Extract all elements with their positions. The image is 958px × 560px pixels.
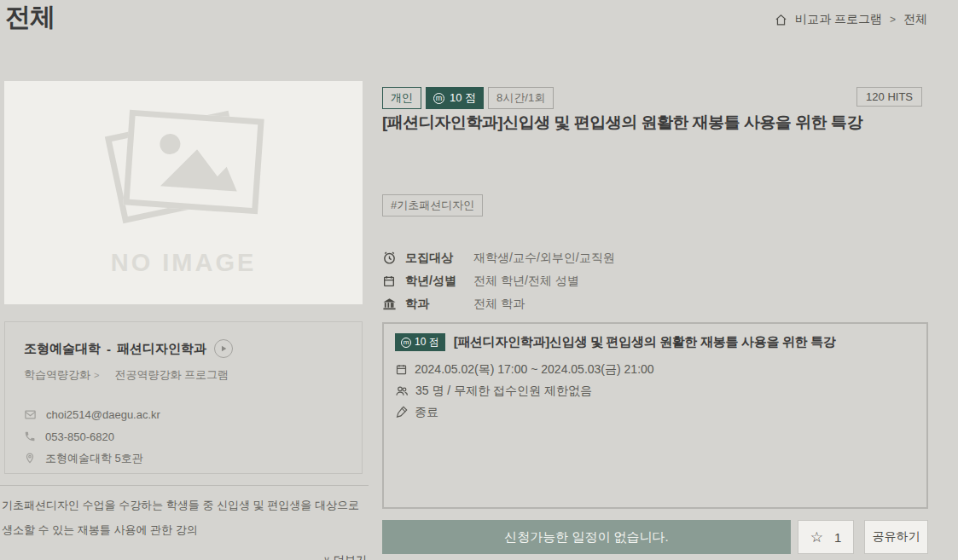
detail-value: 재학생/교수/외부인/교직원 <box>473 251 615 266</box>
schedule-status-text: 종료 <box>415 405 438 420</box>
badge-duration: 8시간/1회 <box>488 87 554 109</box>
bank-icon <box>382 297 398 311</box>
program-type: 전공역량강화 프로그램 <box>114 367 229 383</box>
breadcrumb: 비교과 프로그램 > 전체 <box>775 12 927 27</box>
location-icon <box>24 453 36 465</box>
breadcrumb-item-all[interactable]: 전체 <box>903 12 927 27</box>
mail-icon <box>24 408 37 421</box>
college-name: 조형예술대학 <box>24 341 101 357</box>
calendar-icon <box>382 274 398 288</box>
department-name: 패션디자인학과 <box>117 341 206 357</box>
detail-row-target: 모집대상 재학생/교수/외부인/교직원 <box>382 246 928 269</box>
schedule-points-badge: m 10 점 <box>395 333 445 351</box>
show-more-label: 더보기 <box>334 547 367 560</box>
hits-badge: 120 HITS <box>856 87 922 107</box>
hashtag-chip[interactable]: #기초패션디자인 <box>382 194 483 216</box>
program-title: [패션디자인학과]신입생 및 편입생의 원활한 재봉틀 사용을 위한 특강 <box>382 112 928 134</box>
badge-type: 개인 <box>382 87 421 109</box>
phone-icon <box>24 430 36 442</box>
schedule-date-text: 2024.05.02(목) 17:00 ~ 2024.05.03(금) 21:0… <box>415 362 654 378</box>
program-description-text: 기초패션디자인 수업을 수강하는 학생들 중 신입생 및 편입생을 대상으로 생… <box>2 493 367 542</box>
department-info-card: 조형예술대학 - 패션디자인학과 학습역량강화 > 전공역량강화 프로그램 ch… <box>4 321 363 474</box>
detail-row-grade-gender: 학년/성별 전체 학년/전체 성별 <box>382 269 928 292</box>
program-detail-page: 전체 비교과 프로그램 > 전체 NO IMAGE 조형예술대학 - 패션디자인… <box>0 0 958 560</box>
favorite-button[interactable]: ☆ 1 <box>798 520 854 554</box>
contact-location-text: 조형예술대학 5호관 <box>45 451 143 466</box>
detail-label: 학과 <box>405 297 470 312</box>
program-thumbnail-placeholder: NO IMAGE <box>4 81 363 304</box>
detail-label: 모집대상 <box>405 251 470 266</box>
contact-email-text: choi2514@daegu.ac.kr <box>46 408 160 421</box>
schedule-title: [패션디자인학과]신입생 및 편입생의 원활한 재봉틀 사용을 위한 특강 <box>454 334 836 350</box>
detail-value: 전체 학과 <box>473 297 525 312</box>
breadcrumb-item-programs[interactable]: 비교과 프로그램 <box>795 12 882 27</box>
schedule-status-row: 종료 <box>395 401 915 423</box>
show-more-button[interactable]: ∨ 더보기 <box>2 547 367 560</box>
category-name[interactable]: 학습역량강화 <box>24 367 90 383</box>
schedule-capacity-text: 35 명 / 무제한 접수인원 제한없음 <box>415 384 592 399</box>
home-icon[interactable] <box>775 14 787 26</box>
favorite-count: 1 <box>834 530 841 545</box>
share-button[interactable]: 공유하기 <box>864 520 928 554</box>
play-circle-icon[interactable] <box>214 339 233 358</box>
program-description: 기초패션디자인 수업을 수강하는 학생들 중 신입생 및 편입생을 대상으로 생… <box>0 485 369 560</box>
schedule-points-label: 10 점 <box>415 335 439 349</box>
detail-label: 학년/성별 <box>405 274 470 289</box>
calendar-icon <box>395 363 408 376</box>
breadcrumb-separator: > <box>890 14 896 26</box>
mileage-icon: m <box>433 93 444 104</box>
contact-phone-text: 053-850-6820 <box>45 430 114 443</box>
badge-points: m 10 점 <box>426 87 484 109</box>
contact-phone: 053-850-6820 <box>24 425 343 447</box>
schedule-box: m 10 점 [패션디자인학과]신입생 및 편입생의 원활한 재봉틀 사용을 위… <box>382 322 928 509</box>
schedule-date-row: 2024.05.02(목) 17:00 ~ 2024.05.03(금) 21:0… <box>395 359 915 380</box>
badge-points-label: 10 점 <box>450 90 476 106</box>
no-schedule-button[interactable]: 신청가능한 일정이 없습니다. <box>382 520 791 554</box>
contact-email: choi2514@daegu.ac.kr <box>24 403 343 425</box>
schedule-capacity-row: 35 명 / 무제한 접수인원 제한없음 <box>395 380 915 401</box>
college-dept-dash: - <box>107 342 111 356</box>
action-bar: 신청가능한 일정이 없습니다. ☆ 1 공유하기 <box>382 520 928 554</box>
category-separator: > <box>94 370 99 380</box>
no-image-label: NO IMAGE <box>111 249 257 277</box>
star-icon: ☆ <box>810 528 823 546</box>
people-icon <box>395 384 409 398</box>
mileage-icon: m <box>401 338 411 348</box>
detail-row-department: 학과 전체 학과 <box>382 292 928 315</box>
contact-location: 조형예술대학 5호관 <box>24 447 343 470</box>
pen-icon <box>395 406 408 419</box>
no-image-icon <box>94 109 273 228</box>
detail-value: 전체 학년/전체 성별 <box>473 274 579 289</box>
page-title: 전체 <box>5 0 55 35</box>
program-badge-row: 개인 m 10 점 8시간/1회 120 HITS <box>382 87 928 109</box>
chevron-down-icon: ∨ <box>323 547 330 560</box>
alarm-icon <box>382 251 398 265</box>
program-details: 모집대상 재학생/교수/외부인/교직원 학년/성별 전체 학년/전체 성별 학과… <box>382 246 928 315</box>
